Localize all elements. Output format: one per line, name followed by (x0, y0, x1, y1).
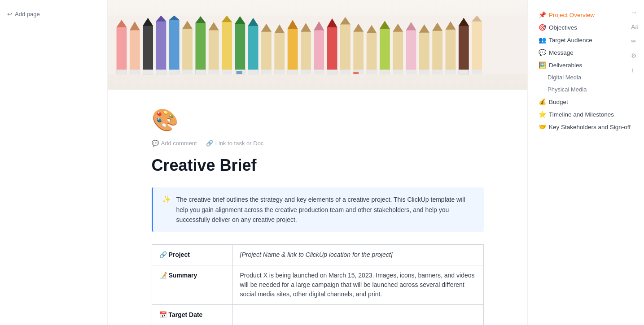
main-content: 🎨 💬 Add comment 🔗 Link to task or Doc Cr… (108, 0, 527, 325)
toc-item[interactable]: Physical Media (535, 84, 637, 95)
toc-item-icon: 📌 (539, 11, 546, 18)
svg-rect-18 (182, 69, 193, 74)
toc-item-icon: 💰 (539, 98, 546, 105)
svg-rect-21 (195, 69, 206, 74)
toc-item[interactable]: Digital Media (535, 72, 637, 83)
svg-marker-61 (380, 21, 390, 74)
svg-rect-12 (156, 69, 166, 74)
table-cell-label: 📝 Summary (152, 265, 232, 305)
toc-item-label: Timeline and Milestones (549, 111, 614, 118)
toc-item-icon: 💬 (539, 49, 546, 56)
toc-item-label: Key Stakeholders and Sign-off (549, 124, 631, 130)
toc-item-label: Target Audience (549, 37, 592, 43)
toc-item-icon: 👥 (539, 36, 546, 43)
svg-rect-60 (367, 69, 377, 74)
svg-marker-25 (222, 16, 232, 74)
svg-rect-33 (248, 69, 258, 74)
svg-marker-52 (340, 17, 350, 74)
table-cell-value: Product X is being launched on March 15,… (232, 265, 483, 305)
add-page-button[interactable]: ↩ Add page (7, 9, 100, 19)
svg-rect-81 (459, 69, 469, 74)
left-sidebar: ↩ Add page (0, 0, 108, 325)
svg-rect-6 (130, 69, 140, 74)
svg-rect-63 (380, 69, 390, 74)
toc-item[interactable]: 💬Message (535, 47, 637, 58)
callout-icon: ✨ (162, 195, 171, 204)
toc-item-label: Physical Media (548, 86, 587, 93)
info-table: 🔗 Project[Project Name & link to ClickUp… (152, 244, 484, 325)
add-comment-label: Add comment (161, 140, 197, 147)
svg-rect-9 (143, 69, 153, 74)
add-page-icon: ↩ (7, 11, 12, 17)
toc-item[interactable]: 💰Budget (535, 96, 637, 108)
svg-rect-42 (288, 69, 298, 74)
toc-item-label: Deliverables (549, 62, 582, 69)
link-task-button[interactable]: 🔗 Link to task or Doc (206, 140, 264, 147)
callout-box: ✨ The creative brief outlines the strate… (152, 187, 484, 232)
toc-item-label: Project Overview (549, 12, 595, 18)
table-cell-label: 📅 Target Date (152, 305, 232, 325)
svg-rect-66 (393, 69, 403, 74)
svg-rect-39 (274, 69, 285, 74)
page-title: Creative Brief (152, 156, 484, 175)
svg-rect-36 (261, 69, 272, 74)
svg-rect-78 (446, 69, 456, 74)
svg-rect-15 (169, 69, 180, 74)
table-cell-value: [Project Name & link to ClickUp location… (232, 245, 483, 265)
svg-rect-69 (406, 69, 416, 74)
settings-icon[interactable]: ⚙ (631, 52, 639, 59)
right-sidebar: 📌Project Overview🎯Objectives👥Target Audi… (527, 0, 644, 325)
toc-item-icon: 🤝 (539, 123, 546, 130)
svg-marker-82 (472, 16, 482, 74)
toc-item-label: Budget (549, 99, 568, 105)
add-comment-button[interactable]: 💬 Add comment (152, 140, 197, 147)
svg-marker-1 (117, 20, 127, 74)
toc-item[interactable]: 🖼️Deliverables (535, 59, 637, 71)
toc-item-icon: ⭐ (539, 111, 546, 118)
text-size-icon[interactable]: Aa (631, 23, 639, 30)
cover-image (108, 0, 527, 90)
toc-list: 📌Project Overview🎯Objectives👥Target Audi… (535, 9, 637, 133)
edit-icon[interactable]: ✏ (631, 38, 639, 45)
table-cell-label: 🔗 Project (152, 245, 232, 265)
svg-marker-13 (169, 16, 180, 74)
svg-rect-84 (472, 69, 482, 74)
toc-item[interactable]: ⭐Timeline and Milestones (535, 108, 637, 120)
svg-rect-72 (419, 69, 429, 74)
svg-marker-7 (143, 18, 153, 74)
sidebar-actions: ↔ Aa ✏ ⚙ ↑ (631, 9, 639, 74)
page-body: 🎨 💬 Add comment 🔗 Link to task or Doc Cr… (116, 90, 520, 325)
link-label: Link to task or Doc (215, 140, 264, 147)
toc-item[interactable]: 🤝Key Stakeholders and Sign-off (535, 121, 637, 133)
svg-rect-54 (340, 69, 350, 74)
page-toolbar: 💬 Add comment 🔗 Link to task or Doc (152, 140, 484, 147)
link-icon: 🔗 (206, 140, 213, 147)
toc-item-label: Message (549, 49, 574, 56)
toc-item[interactable]: 🎯Objectives (535, 22, 637, 33)
svg-rect-75 (432, 69, 442, 74)
svg-marker-31 (248, 18, 258, 74)
add-page-label: Add page (15, 11, 40, 17)
share-icon[interactable]: ↑ (631, 66, 639, 74)
svg-rect-24 (209, 69, 219, 74)
svg-rect-85 (237, 71, 242, 74)
svg-marker-28 (235, 16, 245, 74)
table-row: 📅 Target Date (152, 305, 483, 325)
table-row: 📝 SummaryProduct X is being launched on … (152, 265, 483, 305)
svg-marker-19 (195, 16, 206, 74)
svg-rect-51 (327, 69, 337, 74)
toc-item[interactable]: 📌Project Overview (535, 9, 637, 21)
table-cell-value (232, 305, 483, 325)
svg-marker-79 (459, 18, 469, 74)
toc-item-label: Digital Media (548, 74, 581, 81)
toc-item[interactable]: 👥Target Audience (535, 34, 637, 46)
callout-text: The creative brief outlines the strategy… (176, 195, 475, 225)
svg-rect-48 (314, 69, 324, 74)
svg-rect-27 (222, 69, 232, 74)
svg-rect-86 (353, 72, 359, 74)
svg-marker-16 (182, 21, 193, 74)
toc-item-label: Objectives (549, 24, 577, 31)
collapse-icon[interactable]: ↔ (631, 9, 639, 16)
svg-rect-3 (117, 69, 127, 74)
toc-item-icon: 🎯 (539, 24, 546, 31)
